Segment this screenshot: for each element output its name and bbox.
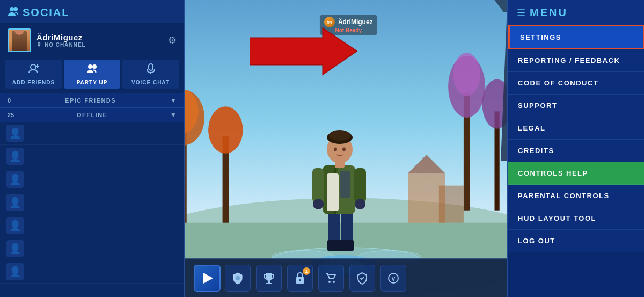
locker-badge: 1	[303, 267, 310, 275]
friend-avatar: 👤	[6, 148, 24, 165]
svg-point-1	[13, 7, 18, 11]
menu-item-code-of-conduct[interactable]: CODE OF CONDUCT	[508, 72, 644, 95]
tab-voice-chat[interactable]: VOICE CHAT	[122, 60, 179, 89]
list-item: 👤	[0, 191, 184, 214]
svg-point-58	[299, 279, 301, 281]
svg-point-50	[334, 148, 337, 151]
sidebar: SOCIAL ÄdriMiguez 🎙 NO CHANNEL ⚙	[0, 0, 185, 297]
list-item: 👤	[0, 214, 184, 237]
list-item: 👤	[0, 168, 184, 191]
svg-rect-37	[340, 240, 354, 251]
svg-rect-23	[439, 186, 464, 223]
bottom-toolbar: 1 V	[185, 258, 507, 297]
mic-icon: 🎙	[36, 42, 42, 48]
add-friends-icon	[28, 63, 40, 77]
svg-rect-42	[312, 168, 324, 203]
voice-chat-icon	[145, 63, 157, 77]
party-up-label: PARTY UP	[77, 79, 108, 85]
profile-channel: 🎙 NO CHANNEL	[36, 42, 86, 48]
svg-point-2	[31, 64, 36, 70]
menu-item-parental-controls[interactable]: PARENTAL CONTROLS	[508, 185, 644, 207]
svg-point-59	[328, 281, 331, 283]
svg-point-49	[329, 130, 350, 141]
svg-point-51	[342, 148, 346, 151]
menu-item-hud-layout-tool[interactable]: HUD LAYOUT TOOL	[508, 207, 644, 230]
character-svg	[304, 106, 374, 257]
party-up-icon	[86, 63, 98, 77]
social-header: SOCIAL	[0, 0, 184, 23]
right-menu: ☰ MENU SETTINGS REPORTING / FEEDBACK COD…	[507, 0, 644, 297]
friend-avatar: 👤	[6, 194, 24, 211]
play-button[interactable]	[194, 265, 221, 292]
menu-header: ☰ MENU	[508, 0, 644, 25]
svg-point-54	[236, 276, 240, 280]
epic-friends-label: EPIC FRIENDS	[65, 97, 116, 104]
svg-rect-41	[327, 173, 339, 211]
profile-section: ÄdriMiguez 🎙 NO CHANNEL ⚙	[0, 23, 184, 57]
list-item: 👤	[0, 237, 184, 260]
toolbar-challenges-btn[interactable]	[349, 265, 375, 292]
menu-item-support[interactable]: SUPPORT	[508, 95, 644, 117]
avatar	[8, 28, 31, 52]
profile-info: ÄdriMiguez 🎙 NO CHANNEL	[36, 33, 86, 48]
friend-avatar: 👤	[6, 217, 24, 234]
menu-item-credits[interactable]: CREDITS	[508, 140, 644, 162]
friend-avatar: 👤	[6, 263, 24, 280]
svg-rect-55	[268, 281, 270, 283]
tab-party-up[interactable]: PARTY UP	[64, 60, 120, 89]
svg-rect-43	[354, 168, 366, 203]
toolbar-vbucks-btn[interactable]: V	[380, 265, 406, 292]
toolbar-locker-btn[interactable]: 1	[287, 265, 313, 292]
svg-text:V: V	[391, 276, 396, 282]
friend-list: 👤 👤 👤 👤 👤 👤 👤	[0, 122, 184, 297]
red-arrow	[250, 27, 357, 75]
list-item: 👤	[0, 145, 184, 168]
social-title: SOCIAL	[8, 5, 70, 20]
play-icon	[203, 273, 213, 284]
social-icon	[8, 5, 19, 20]
player-name-display: ÄdriMiguez	[338, 18, 373, 26]
friend-avatar: 👤	[6, 171, 24, 188]
menu-item-controls-help[interactable]: CONTROLS HELP	[508, 162, 644, 185]
gear-button[interactable]: ⚙	[168, 34, 177, 46]
offline-count: 25	[8, 112, 14, 118]
svg-rect-56	[266, 283, 272, 284]
toolbar-icons: 1 V	[225, 265, 406, 292]
svg-point-44	[313, 199, 324, 209]
svg-rect-52	[340, 171, 350, 198]
svg-marker-53	[250, 28, 357, 74]
game-view: 54 ÄdriMiguez Not Ready	[185, 0, 507, 297]
menu-item-legal[interactable]: LEGAL	[508, 117, 644, 140]
voice-chat-label: VOICE CHAT	[131, 79, 170, 85]
svg-point-60	[333, 281, 335, 283]
svg-rect-7	[149, 64, 153, 70]
svg-point-0	[10, 7, 14, 11]
offline-header[interactable]: 25 OFFLINE ▼	[0, 107, 184, 122]
epic-friends-header[interactable]: 0 EPIC FRIENDS ▼	[0, 93, 184, 107]
toolbar-trophy-btn[interactable]	[256, 265, 282, 292]
list-item: 👤	[0, 122, 184, 145]
hamburger-icon: ☰	[517, 7, 525, 19]
profile-name: ÄdriMiguez	[36, 33, 86, 42]
menu-item-reporting[interactable]: REPORTING / FEEDBACK	[508, 49, 644, 72]
menu-item-settings[interactable]: SETTINGS	[508, 25, 644, 49]
svg-point-19	[453, 53, 480, 96]
sidebar-tabs: ADD FRIENDS PARTY UP VOICE	[0, 57, 184, 93]
list-item: 👤	[0, 260, 184, 284]
add-friends-label: ADD FRIENDS	[12, 79, 55, 85]
friend-avatar: 👤	[6, 125, 24, 142]
friend-avatar: 👤	[6, 240, 24, 257]
offline-label: OFFLINE	[77, 112, 108, 118]
svg-point-6	[92, 64, 97, 69]
tab-add-friends[interactable]: ADD FRIENDS	[5, 60, 62, 89]
menu-title: MENU	[530, 6, 568, 19]
svg-point-45	[355, 199, 365, 209]
epic-friends-chevron: ▼	[170, 97, 177, 104]
toolbar-shield-btn[interactable]	[225, 265, 251, 292]
social-label: SOCIAL	[23, 6, 70, 19]
svg-point-16	[208, 106, 243, 154]
svg-point-5	[88, 64, 92, 69]
toolbar-store-btn[interactable]	[318, 265, 344, 292]
menu-item-log-out[interactable]: LOG OUT	[508, 230, 644, 252]
offline-chevron: ▼	[170, 111, 177, 119]
